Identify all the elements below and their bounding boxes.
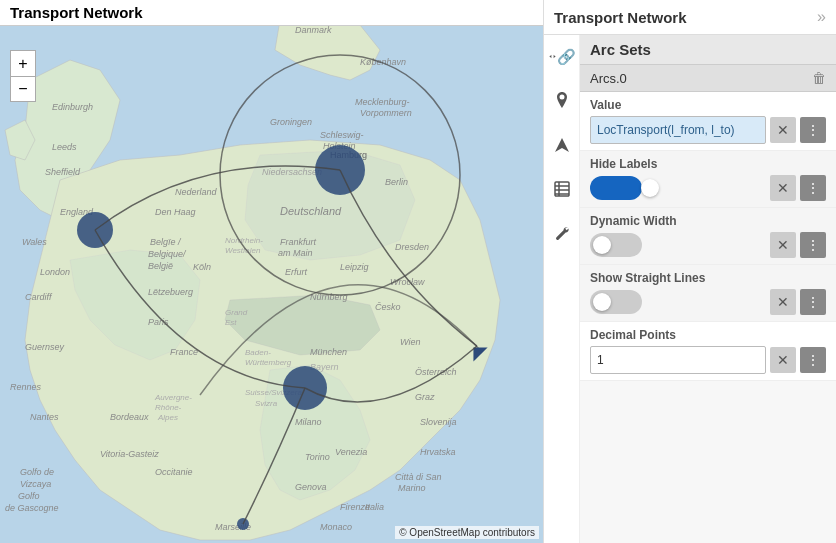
show-straight-lines-label: Show Straight Lines	[590, 271, 826, 285]
svg-text:Città di San: Città di San	[395, 472, 442, 482]
svg-text:Niedersachsen: Niedersachsen	[262, 167, 322, 177]
svg-text:Milano: Milano	[295, 417, 322, 427]
show-straight-lines-row: Show Straight Lines ✕ ⋮	[580, 265, 836, 322]
svg-text:Belgique/: Belgique/	[148, 249, 187, 259]
svg-text:Occitanie: Occitanie	[155, 467, 193, 477]
decimal-points-clear-button[interactable]: ✕	[770, 347, 796, 373]
svg-text:Guernsey: Guernsey	[25, 342, 65, 352]
svg-text:Deutschland: Deutschland	[280, 205, 342, 217]
svg-text:Monaco: Monaco	[320, 522, 352, 532]
map-title: Transport Network	[0, 0, 543, 26]
svg-text:Italia: Italia	[365, 502, 384, 512]
svg-text:am Main: am Main	[278, 248, 313, 258]
value-clear-button[interactable]: ✕	[770, 117, 796, 143]
svg-text:Paris: Paris	[148, 317, 169, 327]
link-icon[interactable]: 🔗	[548, 43, 576, 71]
svg-text:Bordeaux: Bordeaux	[110, 412, 149, 422]
svg-text:Nantes: Nantes	[30, 412, 59, 422]
svg-text:Vorpommern: Vorpommern	[360, 108, 412, 118]
svg-text:Hrvatska: Hrvatska	[420, 447, 456, 457]
table-icon[interactable]	[548, 175, 576, 203]
hide-labels-label: Hide Labels	[590, 157, 826, 171]
svg-text:Vitoria-Gasteiz: Vitoria-Gasteiz	[100, 449, 159, 459]
dynamic-width-toggle[interactable]	[590, 233, 642, 257]
svg-text:Köln: Köln	[193, 262, 211, 272]
dynamic-width-clear-button[interactable]: ✕	[770, 232, 796, 258]
svg-text:München: München	[310, 347, 347, 357]
svg-text:Dresden: Dresden	[395, 242, 429, 252]
svg-text:Vizcaya: Vizcaya	[20, 479, 51, 489]
decimal-points-input[interactable]	[590, 346, 766, 374]
svg-text:Wien: Wien	[400, 337, 420, 347]
map-zoom-controls: + −	[10, 50, 36, 102]
right-panel: Transport Network » 🔗	[543, 0, 836, 543]
dynamic-width-menu-button[interactable]: ⋮	[800, 232, 826, 258]
svg-text:Leipzig: Leipzig	[340, 262, 369, 272]
wrench-icon[interactable]	[548, 219, 576, 247]
arc-sets-header: Arc Sets	[580, 35, 836, 65]
svg-text:Venezia: Venezia	[335, 447, 367, 457]
dynamic-width-row: Dynamic Width ✕ ⋮	[580, 208, 836, 265]
zoom-in-button[interactable]: +	[10, 50, 36, 76]
panel-title: Transport Network	[554, 9, 687, 26]
navigate-icon[interactable]	[548, 131, 576, 159]
icon-sidebar: 🔗	[544, 35, 580, 543]
svg-text:Česko: Česko	[375, 302, 401, 312]
svg-text:Nordrhein-: Nordrhein-	[225, 236, 263, 245]
svg-text:Erfurt: Erfurt	[285, 267, 308, 277]
svg-text:Baden-: Baden-	[245, 348, 271, 357]
hide-labels-clear-button[interactable]: ✕	[770, 175, 796, 201]
arc-sets-title: Arc Sets	[590, 41, 651, 58]
svg-text:Est: Est	[225, 318, 237, 327]
arc-item-delete-button[interactable]: 🗑	[812, 70, 826, 86]
svg-text:Rhône-: Rhône-	[155, 403, 182, 412]
svg-text:Slovenija: Slovenija	[420, 417, 457, 427]
svg-text:Genova: Genova	[295, 482, 327, 492]
value-menu-button[interactable]: ⋮	[800, 117, 826, 143]
hide-labels-toggle[interactable]	[590, 176, 642, 200]
svg-text:Frankfurt: Frankfurt	[280, 237, 317, 247]
svg-text:Nederland: Nederland	[175, 187, 218, 197]
hide-labels-row: Hide Labels ✕ ⋮	[580, 151, 836, 208]
svg-text:Rennes: Rennes	[10, 382, 42, 392]
svg-text:Danmark: Danmark	[295, 25, 332, 35]
hide-labels-menu-button[interactable]: ⋮	[800, 175, 826, 201]
arc-item-label: Arcs.0	[590, 71, 627, 86]
svg-text:Wales: Wales	[22, 237, 47, 247]
zoom-out-button[interactable]: −	[10, 76, 36, 102]
show-straight-lines-clear-button[interactable]: ✕	[770, 289, 796, 315]
svg-text:Golfo: Golfo	[18, 491, 40, 501]
show-straight-lines-menu-button[interactable]: ⋮	[800, 289, 826, 315]
svg-text:Leeds: Leeds	[52, 142, 77, 152]
svg-text:Lëtzebuerg: Lëtzebuerg	[148, 287, 193, 297]
svg-marker-80	[555, 138, 569, 152]
dynamic-width-label: Dynamic Width	[590, 214, 826, 228]
svg-text:Belgïe /: Belgïe /	[150, 237, 182, 247]
decimal-points-menu-button[interactable]: ⋮	[800, 347, 826, 373]
value-input[interactable]	[590, 116, 766, 144]
svg-text:Österreich: Österreich	[415, 367, 457, 377]
svg-text:Cardiff: Cardiff	[25, 292, 53, 302]
panel-header: Transport Network »	[544, 0, 836, 35]
svg-text:Schleswig-: Schleswig-	[320, 130, 364, 140]
svg-text:Edinburgh: Edinburgh	[52, 102, 93, 112]
svg-text:België: België	[148, 261, 173, 271]
panel-content: Arc Sets Arcs.0 🗑 Value ✕ ⋮	[580, 35, 836, 543]
svg-text:London: London	[40, 267, 70, 277]
arc-item[interactable]: Arcs.0 🗑	[580, 65, 836, 92]
svg-text:Graz: Graz	[415, 392, 435, 402]
show-straight-lines-toggle[interactable]	[590, 290, 642, 314]
svg-text:Württemberg: Württemberg	[245, 358, 292, 367]
svg-text:Westfalen: Westfalen	[225, 246, 261, 255]
map-container: Transport Network + −	[0, 0, 543, 543]
svg-text:Svizra: Svizra	[255, 399, 278, 408]
map-svg: Edinburgh Leeds Sheffield England Wales …	[0, 0, 543, 543]
svg-text:Mecklenburg-: Mecklenburg-	[355, 97, 410, 107]
decimal-points-label: Decimal Points	[590, 328, 826, 342]
panel-expand-button[interactable]: »	[817, 8, 826, 26]
svg-text:Groningen: Groningen	[270, 117, 312, 127]
svg-text:Sheffield: Sheffield	[45, 167, 81, 177]
panel-body: 🔗	[544, 35, 836, 543]
svg-text:Alpes: Alpes	[157, 413, 178, 422]
location-icon[interactable]	[548, 87, 576, 115]
